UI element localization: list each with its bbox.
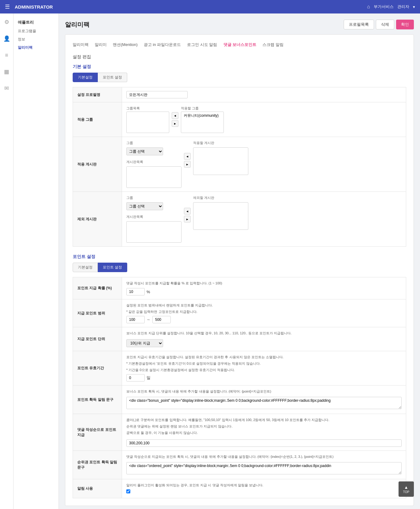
content-card: 알리미팩 알리미 맨션(Mention) 광고 in 파일다운로드 로그인 시도…: [65, 34, 414, 506]
applied-group-select[interactable]: 커뮤니티(community): [181, 112, 224, 133]
days-unit: 일: [147, 375, 151, 381]
top-button[interactable]: ▲ TOP: [399, 481, 414, 497]
payment-prob-desc: 댓글 작성시 포인트를 지급할 확률을 % 로 입력합니다. (1 ~ 100): [126, 281, 402, 286]
icon-mail[interactable]: ✉: [1, 83, 12, 94]
percent-unit: %: [147, 290, 150, 294]
page-header: 알리미팩 프로필목록 삭제 확인: [65, 20, 414, 29]
range-area: ～: [126, 316, 402, 323]
applied-group-list-label: 적용할 그룹: [181, 106, 224, 111]
applied-board-right-arrow[interactable]: ►: [184, 161, 191, 168]
exclude-board-right-arrow[interactable]: ►: [184, 216, 191, 222]
rank-acquire-msg-textarea[interactable]: <div class="ordered_point" style="displa…: [126, 462, 402, 474]
exclude-board-list-select[interactable]: [126, 221, 181, 243]
exclude-board-cell: 그룹 그룹 선택 게시판목록 ◄ ►: [122, 192, 406, 247]
tab-point[interactable]: 포인트 설정: [98, 73, 127, 82]
nav-item-programs[interactable]: 프로그램을: [13, 27, 59, 35]
comment-point-row: 댓글 작성순으로 포인트 지급 콤마(,)로 구분하여 포인트를 입력합니다. …: [73, 414, 406, 451]
tab-basic[interactable]: 기본설정: [73, 73, 98, 82]
page-title: 알리미팩: [65, 21, 90, 29]
icon-list[interactable]: ≡: [1, 50, 12, 61]
applied-group-label: 적용 그룹: [73, 102, 122, 137]
nav-item-info[interactable]: 정보: [13, 35, 59, 44]
range-min-input[interactable]: [126, 316, 145, 323]
icon-settings[interactable]: ⚙: [1, 17, 12, 28]
exclude-board-result-select[interactable]: [193, 202, 248, 230]
payment-prob-input[interactable]: [126, 288, 145, 295]
payment-unit-cell: 보너스 포인트 지급 단위를 설정합니다. 10을 선택할 경우, 10, 20…: [122, 327, 406, 351]
exclude-board-group-label: 그룹: [126, 196, 181, 200]
exclude-board-row: 제외 게시판 그룹 그룹 선택 게시판목록 ◄: [73, 192, 406, 247]
exclude-board-group-col: 그룹 그룹 선택 게시판목록: [126, 196, 181, 243]
inner-nav-login-alert[interactable]: 로그인 시도 알림: [187, 42, 217, 48]
applied-group-row: 적용 그룹 그룹목록 ◄ ► 적용할 그룹: [73, 102, 406, 137]
alarm-use-checkbox[interactable]: [126, 489, 130, 493]
move-left-arrow[interactable]: ◄: [172, 112, 178, 119]
tab-point-point[interactable]: 포인트 설정: [98, 263, 127, 272]
inner-nav-comment-bonus[interactable]: 댓글 보너스포인트: [223, 42, 257, 48]
basic-settings-tabs: 기본설정 포인트 설정: [73, 73, 406, 82]
community-option[interactable]: 커뮤니티(community): [184, 113, 221, 118]
group-list-label: 그룹목록: [126, 106, 169, 111]
exclude-board-area: 그룹 그룹 선택 게시판목록 ◄ ►: [126, 196, 402, 243]
expiry-desc3: * 기간을 0으로 설정시 기본환경설정에서 설정한 유효기간이 적용됩니다.: [126, 368, 402, 372]
applied-board-group-select[interactable]: 그룹 선택: [126, 147, 163, 155]
nav-item-alrimipak[interactable]: 알리미팩: [13, 44, 59, 52]
payment-unit-row: 지급 포인트 단위 보너스 포인트 지급 단위를 설정합니다. 10을 선택할 …: [73, 327, 406, 351]
acquire-msg-desc: 보너스 포인트 획득 시, 댓글의 내용 뒤에 추가할 내용을 설정합니다. (…: [126, 389, 402, 394]
expiry-input[interactable]: [126, 374, 145, 382]
exclude-board-list-label: 게시판목록: [126, 215, 181, 219]
payment-range-desc1: 설정된 포인트 범위내에서 랜덤하게 포인트를 지급합니다.: [126, 303, 402, 308]
range-separator: ～: [147, 317, 151, 322]
icon-calendar[interactable]: ▦: [1, 66, 12, 77]
icon-user[interactable]: 👤: [1, 33, 12, 44]
applied-board-label: 적용 게시판: [73, 137, 122, 192]
inner-nav-alrimi[interactable]: 알리미: [95, 42, 107, 48]
page-actions: 프로필목록 삭제 확인: [344, 20, 414, 29]
top-label: TOP: [403, 490, 409, 494]
header-dropdown-icon[interactable]: ▾: [413, 5, 415, 9]
inner-nav-ad-download[interactable]: 광고 in 파일다운로드: [144, 42, 181, 48]
profile-name-input[interactable]: [126, 91, 188, 98]
acquire-msg-textarea[interactable]: <div class="bonus_point" style="display:…: [126, 397, 402, 409]
home-icon[interactable]: ⌂: [367, 4, 370, 9]
tab-point-basic[interactable]: 기본설정: [73, 263, 98, 272]
inner-nav-alrimipak[interactable]: 알리미팩: [73, 42, 89, 48]
payment-prob-row: 포인트 지급 확률 (%) 댓글 작성시 포인트를 지급할 확률을 % 로 입력…: [73, 277, 406, 299]
exclude-board-left-arrow[interactable]: ◄: [184, 208, 191, 215]
applied-board-result-select[interactable]: [193, 147, 248, 175]
delete-button[interactable]: 삭제: [376, 20, 394, 29]
payment-prob-cell: 댓글 작성시 포인트를 지급할 확률을 % 로 입력합니다. (1 ~ 100)…: [122, 277, 406, 299]
applied-board-arrows: ◄ ►: [184, 153, 191, 168]
comment-point-desc3: 공백으로 둘 경우, 이 기능을 사용하지 않습니다.: [126, 431, 402, 435]
rank-acquire-msg-row: 순위권 포인트 확득 알림 문구 댓글 작성순으로 지급되는 포인트 획득 시,…: [73, 451, 406, 479]
comment-point-input[interactable]: [126, 439, 402, 447]
list-button[interactable]: 프로필목록: [344, 20, 374, 29]
range-max-input[interactable]: [152, 316, 171, 323]
exclude-board-label: 제외 게시판: [73, 192, 122, 247]
nav-sidebar: 애플트리 프로그램을 정보 알리미팩: [13, 13, 59, 509]
inner-nav-scrap-alert[interactable]: 스크랩 알림: [262, 42, 284, 48]
exclude-board-result-col: 제외할 게시판: [193, 196, 248, 230]
applied-board-left-arrow[interactable]: ◄: [184, 153, 191, 160]
header-link-service[interactable]: 부가서비스: [374, 4, 394, 9]
applied-board-result-col: 적용할 게시판: [193, 141, 248, 175]
header-link-admin[interactable]: 관리자: [397, 4, 409, 9]
group-list-select[interactable]: [126, 112, 169, 133]
move-right-arrow[interactable]: ►: [172, 120, 178, 127]
applied-board-row: 적용 게시판 그룹 그룹 선택 게시판목록 ◄: [73, 137, 406, 192]
basic-settings-table: 설정 프로필명 적용 그룹 그룹목록 ◄ ►: [73, 87, 406, 247]
alarm-use-row: 알림 사용 알리미 플러그인이 활성화 되어있는 경우, 포인트 지급 시 댓글…: [73, 479, 406, 498]
confirm-button[interactable]: 확인: [396, 20, 414, 29]
profile-name-cell: [122, 87, 406, 102]
payment-range-label: 지급 포인트 범위: [73, 299, 122, 327]
applied-board-list-select[interactable]: [126, 166, 181, 188]
alarm-use-label: 알림 사용: [73, 479, 122, 498]
menu-icon[interactable]: ☰: [5, 3, 10, 10]
rank-acquire-msg-label: 순위권 포인트 확득 알림 문구: [73, 451, 122, 479]
payment-unit-select[interactable]: 10단위 지급 1단위 지급 100단위 지급: [126, 339, 163, 347]
exclude-board-group-select[interactable]: 그룹 선택: [126, 202, 163, 210]
settings-edit-title: 설정 편집: [73, 54, 406, 60]
payment-unit-label: 지급 포인트 단위: [73, 327, 122, 351]
expiry-desc1: 포인트 지급시 유효기간을 설정합니다. 설정된 유효기간이 경과한 후 사용되…: [126, 355, 402, 359]
inner-nav-mention[interactable]: 맨션(Mention): [113, 42, 138, 48]
